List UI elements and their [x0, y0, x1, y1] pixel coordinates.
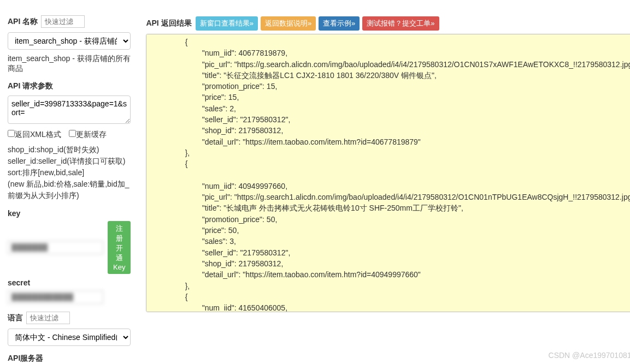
- result-box[interactable]: { "num_iid": 40677819879, "pic_url": "ht…: [146, 34, 630, 312]
- key-input[interactable]: [8, 241, 103, 254]
- cache-checkbox[interactable]: [69, 130, 76, 137]
- cache-checkbox-label[interactable]: 更新缓存: [69, 130, 107, 139]
- result-label: API 返回结果: [146, 19, 191, 28]
- example-button[interactable]: 查看示例»: [319, 16, 360, 31]
- api-name-label: API 名称: [8, 17, 38, 27]
- right-panel: API 返回结果 新窗口查看结果» 返回数据说明» 查看示例» 测试报错？提交工…: [138, 0, 630, 364]
- lang-label: 语言: [8, 313, 23, 323]
- api-filter-input[interactable]: [41, 15, 85, 28]
- help-text: shop_id:shop_id(暂时失效) seller_id:seller_i…: [8, 144, 131, 201]
- register-key-button[interactable]: 注册开通Key: [108, 221, 131, 274]
- lang-filter-input[interactable]: [26, 312, 70, 324]
- server-label: API服务器: [8, 354, 131, 363]
- watermark: CSDN @Ace19970108110: [549, 351, 630, 360]
- params-textarea[interactable]: [8, 96, 131, 124]
- xml-checkbox-label[interactable]: 返回XML格式: [8, 130, 61, 139]
- feedback-button[interactable]: 测试报错？提交工单»: [362, 16, 439, 31]
- api-select[interactable]: item_search_shop - 获得店铺的所有商品: [8, 32, 131, 50]
- key-label: key: [8, 209, 131, 218]
- secret-label: secret: [8, 278, 131, 287]
- secret-input[interactable]: [8, 290, 103, 304]
- left-panel: API 名称 item_search_shop - 获得店铺的所有商品 item…: [0, 0, 138, 364]
- data-desc-button[interactable]: 返回数据说明»: [261, 16, 316, 31]
- api-desc: item_search_shop - 获得店铺的所有商品: [8, 54, 131, 74]
- new-window-button[interactable]: 新窗口查看结果»: [196, 16, 258, 31]
- xml-checkbox[interactable]: [8, 130, 15, 137]
- params-label: API 请求参数: [8, 81, 131, 91]
- lang-select[interactable]: 简体中文 - Chinese Simplified(中文[简体])#zh-CN: [8, 329, 131, 346]
